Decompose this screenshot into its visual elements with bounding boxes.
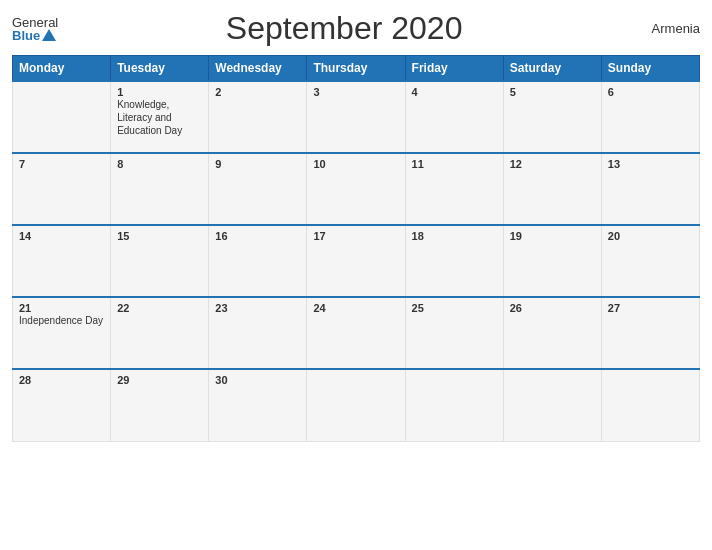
day-number: 12 bbox=[510, 158, 595, 170]
col-wednesday: Wednesday bbox=[209, 56, 307, 82]
day-cell: 21Independence Day bbox=[13, 297, 111, 369]
day-number: 2 bbox=[215, 86, 300, 98]
col-sunday: Sunday bbox=[601, 56, 699, 82]
day-number: 30 bbox=[215, 374, 300, 386]
header-row: Monday Tuesday Wednesday Thursday Friday… bbox=[13, 56, 700, 82]
day-number: 1 bbox=[117, 86, 202, 98]
week-row-3: 14151617181920 bbox=[13, 225, 700, 297]
day-number: 25 bbox=[412, 302, 497, 314]
logo: General Blue bbox=[12, 16, 58, 42]
day-cell: 14 bbox=[13, 225, 111, 297]
day-cell: 29 bbox=[111, 369, 209, 441]
day-number: 20 bbox=[608, 230, 693, 242]
col-tuesday: Tuesday bbox=[111, 56, 209, 82]
day-cell: 15 bbox=[111, 225, 209, 297]
week-row-1: 1Knowledge, Literacy and Education Day23… bbox=[13, 81, 700, 153]
day-number: 17 bbox=[313, 230, 398, 242]
day-number: 21 bbox=[19, 302, 104, 314]
day-number: 28 bbox=[19, 374, 104, 386]
week-row-5: 282930 bbox=[13, 369, 700, 441]
day-cell bbox=[307, 369, 405, 441]
country-label: Armenia bbox=[630, 21, 700, 36]
day-number: 24 bbox=[313, 302, 398, 314]
day-number: 3 bbox=[313, 86, 398, 98]
col-monday: Monday bbox=[13, 56, 111, 82]
day-cell bbox=[601, 369, 699, 441]
day-number: 23 bbox=[215, 302, 300, 314]
logo-general-text: General bbox=[12, 16, 58, 29]
day-cell: 2 bbox=[209, 81, 307, 153]
day-cell: 11 bbox=[405, 153, 503, 225]
logo-triangle-icon bbox=[42, 29, 56, 41]
day-number: 11 bbox=[412, 158, 497, 170]
day-number: 13 bbox=[608, 158, 693, 170]
day-number: 4 bbox=[412, 86, 497, 98]
day-number: 27 bbox=[608, 302, 693, 314]
day-cell: 30 bbox=[209, 369, 307, 441]
day-cell: 24 bbox=[307, 297, 405, 369]
day-cell bbox=[503, 369, 601, 441]
day-cell: 22 bbox=[111, 297, 209, 369]
day-number: 6 bbox=[608, 86, 693, 98]
calendar-container: General Blue September 2020 Armenia Mond… bbox=[0, 0, 712, 550]
day-cell bbox=[13, 81, 111, 153]
holiday-label: Independence Day bbox=[19, 315, 103, 326]
day-cell: 1Knowledge, Literacy and Education Day bbox=[111, 81, 209, 153]
day-cell: 9 bbox=[209, 153, 307, 225]
day-number: 22 bbox=[117, 302, 202, 314]
day-cell: 28 bbox=[13, 369, 111, 441]
day-number: 26 bbox=[510, 302, 595, 314]
day-number: 7 bbox=[19, 158, 104, 170]
calendar-title: September 2020 bbox=[58, 10, 630, 47]
holiday-label: Knowledge, Literacy and Education Day bbox=[117, 99, 182, 136]
day-number: 19 bbox=[510, 230, 595, 242]
day-number: 5 bbox=[510, 86, 595, 98]
day-cell: 17 bbox=[307, 225, 405, 297]
day-cell: 5 bbox=[503, 81, 601, 153]
col-thursday: Thursday bbox=[307, 56, 405, 82]
day-number: 10 bbox=[313, 158, 398, 170]
day-number: 8 bbox=[117, 158, 202, 170]
day-cell: 10 bbox=[307, 153, 405, 225]
day-cell: 7 bbox=[13, 153, 111, 225]
day-cell: 6 bbox=[601, 81, 699, 153]
day-cell: 26 bbox=[503, 297, 601, 369]
day-number: 16 bbox=[215, 230, 300, 242]
week-row-2: 78910111213 bbox=[13, 153, 700, 225]
logo-blue-text: Blue bbox=[12, 29, 40, 42]
week-row-4: 21Independence Day222324252627 bbox=[13, 297, 700, 369]
day-number: 18 bbox=[412, 230, 497, 242]
day-cell: 4 bbox=[405, 81, 503, 153]
day-cell: 3 bbox=[307, 81, 405, 153]
day-cell: 13 bbox=[601, 153, 699, 225]
day-cell: 8 bbox=[111, 153, 209, 225]
day-cell: 25 bbox=[405, 297, 503, 369]
day-cell: 19 bbox=[503, 225, 601, 297]
day-number: 9 bbox=[215, 158, 300, 170]
day-number: 29 bbox=[117, 374, 202, 386]
day-cell: 16 bbox=[209, 225, 307, 297]
col-saturday: Saturday bbox=[503, 56, 601, 82]
header: General Blue September 2020 Armenia bbox=[12, 10, 700, 47]
day-number: 15 bbox=[117, 230, 202, 242]
day-cell: 27 bbox=[601, 297, 699, 369]
calendar-table: Monday Tuesday Wednesday Thursday Friday… bbox=[12, 55, 700, 442]
day-cell bbox=[405, 369, 503, 441]
day-cell: 18 bbox=[405, 225, 503, 297]
day-cell: 12 bbox=[503, 153, 601, 225]
day-number: 14 bbox=[19, 230, 104, 242]
col-friday: Friday bbox=[405, 56, 503, 82]
day-cell: 23 bbox=[209, 297, 307, 369]
day-cell: 20 bbox=[601, 225, 699, 297]
